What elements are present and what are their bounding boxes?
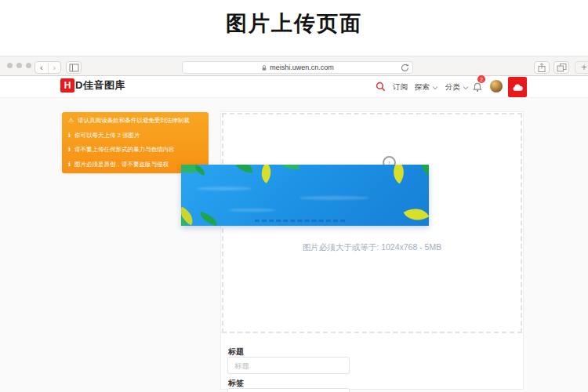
- tabs-icon: [557, 63, 567, 72]
- url-text: meishi.uwen.cn.com: [270, 64, 334, 71]
- info-icon: ℹ: [68, 132, 71, 139]
- share-button[interactable]: [534, 61, 550, 74]
- bell-icon: [472, 82, 483, 93]
- leaf-decor: [403, 202, 429, 226]
- refresh-icon: [401, 64, 409, 72]
- screenshot-root: 图片上传页面 ‹ › meishi.uwen.cn.com: [0, 0, 588, 392]
- title-input[interactable]: [227, 357, 350, 374]
- nav-item-categories[interactable]: 分类: [445, 82, 469, 93]
- notice-row: ℹ 请不要上传任何形式的暴力与色情内容: [68, 146, 202, 154]
- nav-item-subscribe[interactable]: 订阅: [393, 82, 408, 93]
- nav-label: 探索: [415, 82, 430, 93]
- nav-item-explore[interactable]: 探索: [415, 82, 438, 93]
- notifications-button[interactable]: [472, 82, 483, 93]
- size-requirement-text: 图片必须大于或等于: 1024x768 - 5MB: [222, 242, 522, 253]
- leaf-decor: [232, 165, 254, 173]
- info-icon: ℹ: [68, 147, 71, 153]
- page-title: 图片上传页面: [0, 9, 588, 38]
- leaf-decor: [280, 165, 300, 172]
- notification-count-badge: 2: [477, 75, 485, 83]
- leaf-decor: [419, 165, 429, 176]
- window-zoom-button[interactable]: [26, 63, 31, 68]
- image-preview: [181, 165, 429, 226]
- leaf-decor: [198, 212, 219, 226]
- upload-image-button[interactable]: [508, 77, 527, 97]
- search-button[interactable]: [376, 82, 386, 92]
- window-minimize-button[interactable]: [16, 63, 22, 68]
- sidebar-toggle-button[interactable]: [66, 61, 82, 74]
- back-button[interactable]: ‹: [35, 63, 48, 73]
- forward-button[interactable]: ›: [48, 63, 61, 73]
- search-icon: [376, 82, 386, 92]
- title-field-label: 标题: [228, 347, 244, 358]
- logo-text: D佳音图库: [75, 78, 125, 93]
- cloud-upload-icon: [512, 83, 524, 92]
- refresh-button[interactable]: [401, 64, 409, 72]
- window-controls[interactable]: [7, 63, 31, 68]
- page-content: ⚠ 请认真阅读条款和条件以避免受到法律制裁 ℹ 你可以每天上传 2 张图片 ℹ …: [0, 98, 588, 392]
- user-avatar[interactable]: [490, 80, 503, 93]
- new-tab-button[interactable]: +: [575, 61, 588, 74]
- info-icon: ℹ: [68, 162, 71, 168]
- nav-label: 分类: [445, 82, 460, 93]
- history-nav-group: ‹ ›: [34, 61, 61, 74]
- tags-input[interactable]: [227, 388, 350, 392]
- wave-line-decor: [255, 220, 345, 222]
- sidebar-icon: [69, 64, 79, 72]
- tab-overview-button[interactable]: [554, 61, 569, 74]
- site-logo[interactable]: H D佳音图库: [60, 78, 125, 93]
- logo-badge: H: [60, 78, 74, 93]
- notice-text: 请认真阅读条款和条件以避免受到法律制裁: [78, 117, 190, 125]
- leaf-decor: [194, 165, 206, 175]
- notice-row: ℹ 你可以每天上传 2 张图片: [68, 132, 202, 140]
- address-bar[interactable]: meishi.uwen.cn.com: [182, 61, 413, 74]
- lock-icon: [261, 64, 267, 71]
- nav-label: 订阅: [393, 82, 408, 93]
- chevron-down-icon: [463, 85, 469, 90]
- notice-text: 请不要上传任何形式的暴力与色情内容: [74, 146, 175, 154]
- notice-text: 图片必须是原创，请不要盗版与侵权: [74, 161, 169, 169]
- chevron-down-icon: [432, 85, 438, 90]
- notice-row: ⚠ 请认真阅读条款和条件以避免受到法律制裁: [68, 117, 202, 125]
- leaf-decor: [387, 165, 410, 183]
- leaf-decor: [256, 165, 276, 183]
- tags-field-label: 标签: [228, 378, 244, 389]
- share-icon: [537, 63, 546, 73]
- notice-text: 你可以每天上传 2 张图片: [74, 132, 140, 140]
- warning-icon: ⚠: [68, 118, 74, 124]
- window-close-button[interactable]: [7, 63, 13, 68]
